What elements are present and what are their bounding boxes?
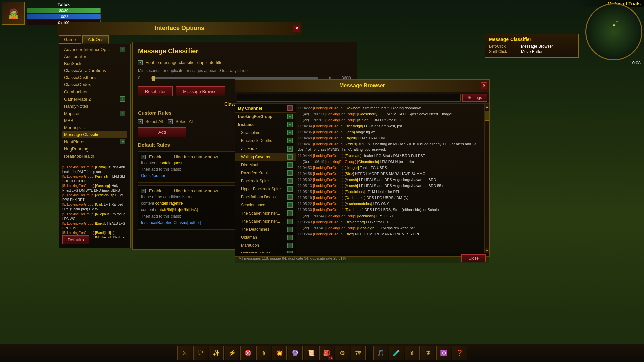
- scroll-track[interactable]: [485, 109, 489, 248]
- addon-plus-gathermate[interactable]: +: [120, 96, 125, 102]
- action-btn-3[interactable]: ✨: [209, 346, 224, 360]
- channel-wailing-caverns[interactable]: Wailing Caverns +: [235, 153, 296, 161]
- addon-plus-mapster[interactable]: +: [120, 111, 125, 116]
- channel-razorfen-kraul[interactable]: Razorfen Kraul +: [235, 169, 296, 177]
- tab-game[interactable]: Game: [59, 35, 81, 44]
- channel-scarlet-2[interactable]: The Scarlet Monster... +: [235, 217, 296, 225]
- scarlet-2-add-btn[interactable]: +: [287, 219, 293, 224]
- addon-bugsack[interactable]: BugSack: [62, 60, 127, 67]
- channel-scarlet-1[interactable]: The Scarlet Monster... +: [235, 209, 296, 217]
- defaults-btn[interactable]: Defaults: [62, 235, 89, 244]
- tab-addons[interactable]: AddOns: [82, 35, 109, 44]
- addon-combucktor[interactable]: Combucktor: [62, 88, 127, 95]
- action-btn-2[interactable]: 🛡: [193, 346, 208, 360]
- instance-add-btn[interactable]: +: [287, 122, 293, 127]
- minimap[interactable]: Valley of Trials 10:08: [584, 0, 644, 67]
- select-all-1-checkbox[interactable]: ✓: [138, 119, 143, 124]
- blackrock-spire-add-btn[interactable]: +: [287, 178, 293, 184]
- scarlet-1-add-btn[interactable]: +: [287, 210, 293, 216]
- addon-advanced-interface[interactable]: AdvancedInterfaceOp... +: [62, 46, 127, 53]
- addon-plus-advanced[interactable]: +: [120, 47, 125, 52]
- action-btn-11[interactable]: ⚙: [335, 346, 350, 360]
- action-btn-r2[interactable]: 🧪: [389, 346, 404, 360]
- action-btn-12[interactable]: 🗺: [351, 346, 366, 360]
- slider-track[interactable]: [151, 77, 318, 79]
- lfg-group[interactable]: LookingForGroup +: [235, 113, 296, 121]
- maraudon-add-btn[interactable]: +: [287, 243, 293, 248]
- addon-message-classifier[interactable]: Message Classifier: [62, 131, 127, 138]
- addon-mbb[interactable]: MBB: [62, 117, 127, 124]
- channel-razorfen-downs[interactable]: Razorfen Downs +: [235, 249, 296, 253]
- action-btn-5[interactable]: 🎯: [240, 346, 255, 360]
- message-browser-button[interactable]: Message Browser: [176, 86, 225, 96]
- addon-auctionator[interactable]: Auctionator: [62, 53, 127, 60]
- channel-uldaman[interactable]: Uldaman +: [235, 233, 296, 241]
- addon-gathermate[interactable]: GatherMate 2 +: [62, 95, 127, 103]
- addons-panel[interactable]: AdvancedInterfaceOp... + Auctionator Bug…: [59, 44, 131, 248]
- channel-upper-blackrock[interactable]: Upper Blackrock Spire +: [235, 185, 296, 193]
- action-btn-7[interactable]: 💥: [272, 346, 287, 360]
- action-btn-8[interactable]: 🔮: [288, 346, 303, 360]
- stratholme-add-btn[interactable]: +: [287, 130, 293, 135]
- uldaman-add-btn[interactable]: +: [287, 235, 293, 240]
- mb-messages-list[interactable]: 11:04:22 [LookingForGroup] [Rawbeef] lf1…: [296, 104, 484, 253]
- by-channel-header[interactable]: By Channel −: [235, 104, 296, 113]
- mb-search-input[interactable]: [237, 94, 461, 102]
- channel-zulfarak[interactable]: Zul'Farak +: [235, 145, 296, 153]
- blackfathom-add-btn[interactable]: +: [287, 194, 293, 200]
- addon-merinspect[interactable]: MerInspect: [62, 124, 127, 131]
- addon-handynotes[interactable]: HandyNotes: [62, 103, 127, 110]
- addon-classiccasts[interactable]: ClassicCastbars: [62, 74, 127, 81]
- mb-channel-list[interactable]: By Channel − LookingForGroup + Instance …: [235, 104, 296, 253]
- settings-button[interactable]: Settings: [462, 94, 487, 102]
- action-btn-r4[interactable]: ⚗: [421, 346, 435, 360]
- action-btn-r6[interactable]: ❓: [452, 346, 467, 360]
- addon-classicaura[interactable]: ClassicAuraDurations: [62, 67, 127, 74]
- enable-checkbox[interactable]: ✓: [138, 60, 143, 65]
- razorfen-kraul-add-btn[interactable]: +: [287, 170, 293, 176]
- channel-blackrock-depths[interactable]: Blackrock Depths +: [235, 137, 296, 145]
- addon-realmob[interactable]: RealMobHealth: [62, 153, 127, 160]
- rule-2-hide-checkbox[interactable]: [166, 189, 170, 193]
- channel-maraudon[interactable]: Maraudon +: [235, 241, 296, 249]
- deadmines-add-btn[interactable]: +: [287, 227, 293, 232]
- interface-options-close[interactable]: ✕: [293, 25, 300, 32]
- zulfarak-add-btn[interactable]: +: [287, 146, 293, 152]
- rule-1-hide-checkbox[interactable]: [166, 155, 170, 159]
- action-btn-r1[interactable]: 🎵: [373, 346, 388, 360]
- action-btn-r3[interactable]: 🗡: [405, 346, 420, 360]
- lfg-add-btn[interactable]: +: [287, 114, 293, 119]
- dire-maul-add-btn[interactable]: +: [287, 162, 293, 168]
- addon-neatplates[interactable]: NeatPlates +: [62, 138, 127, 145]
- action-btn-1[interactable]: ⚔: [177, 346, 192, 360]
- rule-2-enable-checkbox[interactable]: ✓: [141, 189, 146, 193]
- scroll-up-btn[interactable]: ▲: [485, 104, 489, 109]
- blackrock-depths-add-btn[interactable]: +: [287, 138, 293, 143]
- rule-1-enable-checkbox[interactable]: ✓: [141, 155, 146, 159]
- action-btn-6[interactable]: 🗡: [256, 346, 271, 360]
- scroll-thumb[interactable]: [485, 111, 489, 121]
- select-all-1-row[interactable]: ✓ Select All: [138, 119, 163, 124]
- channel-blackrock-spire[interactable]: Blackrock Spire +: [235, 177, 296, 185]
- scroll-down-btn[interactable]: ▼: [485, 248, 489, 253]
- enable-row[interactable]: ✓ Enable message classifier duplicate fi…: [138, 60, 352, 65]
- reset-filter-button[interactable]: Reset filter: [138, 86, 173, 96]
- action-btn-9[interactable]: 📜: [304, 346, 318, 360]
- slider-thumb[interactable]: [152, 76, 155, 81]
- razorfen-downs-add-btn[interactable]: +: [287, 251, 293, 253]
- scholomance-add-btn[interactable]: +: [287, 202, 293, 208]
- action-btn-r5[interactable]: 🔯: [436, 346, 451, 360]
- select-all-2-checkbox[interactable]: ✓: [168, 119, 173, 124]
- addon-plus-neatplates[interactable]: +: [120, 139, 125, 144]
- action-btn-10[interactable]: 🎒 14: [319, 346, 334, 360]
- add-rule-button[interactable]: Add: [138, 127, 186, 137]
- minimap-frame[interactable]: [585, 3, 642, 60]
- channel-blackfathom[interactable]: Blackfathom Deeps +: [235, 193, 296, 201]
- channel-scholomance[interactable]: Scholomance +: [235, 201, 296, 209]
- addon-mapster[interactable]: Mapster +: [62, 110, 127, 117]
- action-btn-4[interactable]: ⚡: [225, 346, 239, 360]
- message-browser-close-x[interactable]: ✕: [481, 82, 487, 89]
- select-all-2-row[interactable]: ✓ Select All: [168, 119, 193, 124]
- channel-collapse-btn[interactable]: −: [287, 105, 293, 111]
- wailing-caverns-add-btn[interactable]: +: [287, 154, 293, 160]
